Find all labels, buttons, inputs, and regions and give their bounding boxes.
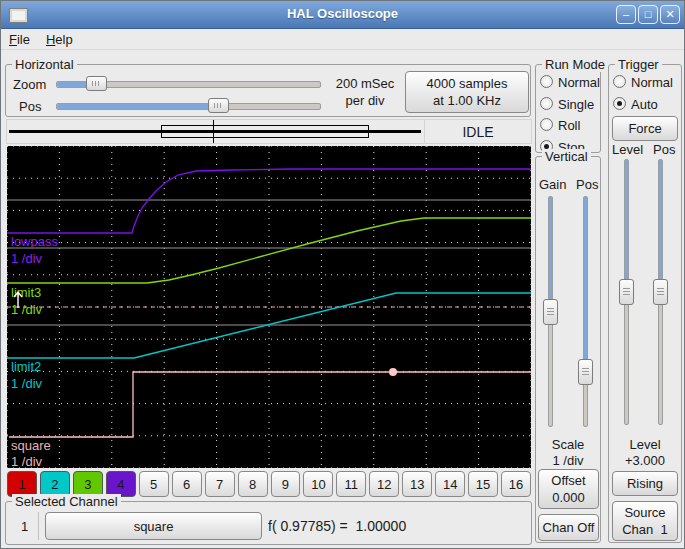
run-mode-roll-radio[interactable] [540,118,553,131]
status-idle: IDLE [425,120,531,143]
trigger-auto-label: Auto [631,97,658,112]
channel-button-11[interactable]: 11 [336,471,366,497]
app-window: HAL Oscilloscope – □ ✕ File Help Horizon… [0,0,685,549]
pos-label: Pos [19,99,41,114]
trace-label: limit2 [11,359,41,374]
scope-canvas: lowpass1 /divlimit31 /divlimit21 /divsqu… [7,146,531,468]
zoom-slider-handle[interactable] [86,76,107,91]
trigger-point-marker [389,368,397,376]
selected-channel-name-button[interactable]: square [45,512,262,540]
zoom-label: Zoom [13,77,46,92]
channel-button-9[interactable]: 9 [271,471,301,497]
channel-button-14[interactable]: 14 [435,471,465,497]
gain-slider-label: Gain [539,177,566,192]
window-title: HAL Oscilloscope [1,6,684,21]
channel-button-7[interactable]: 7 [205,471,235,497]
channel-button-5[interactable]: 5 [139,471,169,497]
trigger-level-slider[interactable] [619,159,634,425]
menu-file[interactable]: File [9,32,30,47]
samples-button[interactable]: 4000 samples at 1.00 KHz [405,71,529,113]
zoom-slider[interactable] [56,76,321,91]
record-preview: IDLE [6,119,532,144]
channel-value-readout: f( 0.97785) = 1.00000 [268,519,406,534]
selected-channel-divider [38,512,39,540]
selected-channel-group-label: Selected Channel [12,494,121,509]
close-button[interactable]: ✕ [660,5,680,24]
force-button[interactable]: Force [612,116,678,141]
trigger-normal-label: Normal [631,75,673,90]
view-region-box[interactable] [161,125,369,138]
trigger-pos-slider-label: Pos [653,142,675,157]
trigger-group-label: Trigger [615,57,662,72]
trace-label: 1 /div [11,454,43,468]
run-mode-group-label: Run Mode [542,57,608,72]
channel-button-10[interactable]: 10 [303,471,333,497]
trigger-pos-handle[interactable] [653,279,668,305]
scale-readout: Scale 1 /div [535,437,601,469]
trigger-level-handle[interactable] [619,279,634,305]
trace-label: 1 /div [11,251,43,266]
minimize-button[interactable]: – [616,5,636,24]
gain-slider-handle[interactable] [543,299,558,325]
vertical-pos-slider[interactable] [578,196,593,427]
trigger-pos-slider[interactable] [653,159,668,425]
scope-display[interactable]: lowpass1 /divlimit31 /divlimit21 /divsqu… [7,146,531,468]
pos-slider[interactable] [56,98,321,113]
trigger-source-button[interactable]: Source Chan 1 [612,501,678,541]
trigger-edge-button[interactable]: Rising [612,471,678,496]
trigger-auto-radio[interactable] [613,97,626,110]
horizontal-group-label: Horizontal [12,57,77,72]
vertical-pos-slider-label: Pos [576,177,598,192]
pos-slider-track[interactable] [56,103,321,110]
channel-button-6[interactable]: 6 [172,471,202,497]
run-mode-single-radio[interactable] [540,97,553,110]
menu-help[interactable]: Help [46,32,73,47]
trigger-position-marker [213,120,214,143]
menubar: File Help [1,29,684,50]
trace-label: square [11,438,51,453]
run-mode-single-label: Single [558,97,594,112]
gain-slider[interactable] [543,196,558,427]
time-per-div: 200 mSec per div [329,75,401,109]
titlebar[interactable]: HAL Oscilloscope – □ ✕ [1,1,684,29]
trace-label: limit3 [11,285,41,300]
vertical-pos-handle[interactable] [578,359,593,385]
trace-label: 1 /div [11,302,43,317]
trigger-level-slider-label: Level [612,142,643,157]
trigger-normal-radio[interactable] [613,75,626,88]
channel-button-15[interactable]: 15 [468,471,498,497]
channel-button-8[interactable]: 8 [238,471,268,497]
run-mode-roll-label: Roll [558,118,580,133]
vertical-group-label: Vertical [542,149,591,164]
run-mode-normal-label: Normal [558,75,600,90]
vertical-pos-track[interactable] [583,196,588,427]
maximize-button[interactable]: □ [638,5,658,24]
run-mode-normal-radio[interactable] [540,75,553,88]
chan-off-button[interactable]: Chan Off [538,514,599,541]
channel-button-12[interactable]: 12 [369,471,399,497]
channel-button-13[interactable]: 13 [402,471,432,497]
offset-button[interactable]: Offset 0.000 [538,469,599,509]
channel-button-16[interactable]: 16 [501,471,531,497]
trace-label: lowpass [11,234,58,249]
trace-label: 1 /div [11,376,43,391]
selected-channel-number: 1 [21,519,28,534]
pos-slider-handle[interactable] [208,98,229,113]
trigger-level-readout: Level +3.000 [608,437,682,469]
